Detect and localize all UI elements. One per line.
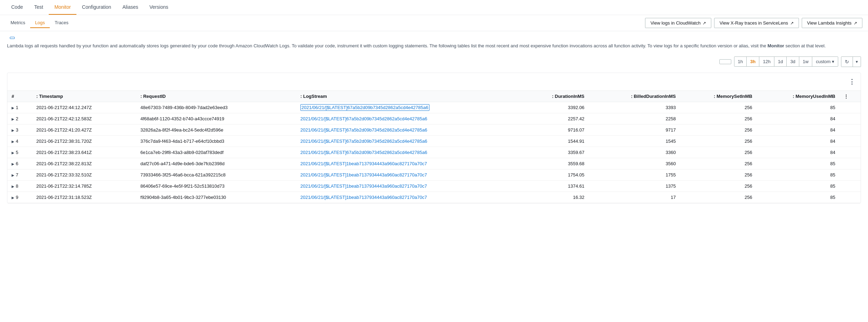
row-timestamp-4: 2021-06-21T22:38:23.641Z <box>32 147 136 158</box>
logstream-link-2[interactable]: 2021/06/21/[$LATEST]67a5b2d09b7345d2862a… <box>300 127 427 133</box>
info-badge[interactable] <box>10 37 15 39</box>
row-memory-set-8: 256 <box>680 192 757 203</box>
top-tab-code[interactable]: Code <box>6 0 28 15</box>
expand-button-2[interactable]: ▶ <box>12 128 14 132</box>
card-menu-button[interactable]: ⋮ <box>849 78 855 86</box>
logstream-link-3[interactable]: 2021/06/21/[$LATEST]67a5b2d09b7345d2862a… <box>300 139 427 144</box>
recent-invocations-card: ⋮ # : Timestamp : RequestID : LogStream … <box>7 73 861 203</box>
expand-button-3[interactable]: ▶ <box>12 140 14 143</box>
row-memory-set-1: 256 <box>680 113 757 124</box>
top-tab-monitor[interactable]: Monitor <box>49 0 76 15</box>
row-requestid-7: 86406e57-69ce-4e5f-9f21-52c513810d73 <box>136 180 296 192</box>
row-timestamp-3: 2021-06-21T22:38:31.720Z <box>32 135 136 147</box>
expand-button-7[interactable]: ▶ <box>12 185 14 188</box>
table-header: # : Timestamp : RequestID : LogStream : … <box>7 91 861 102</box>
logstream-link-6[interactable]: 2021/06/21/[$LATEST]1beab7137934443a960a… <box>300 172 427 177</box>
row-duration-0: 3392.06 <box>520 102 589 113</box>
row-billed-duration-1: 2258 <box>589 113 680 124</box>
table-row: ▶72021-06-21T22:33:32.510Z73933466-3f25-… <box>7 169 861 180</box>
expand-button-6[interactable]: ▶ <box>12 173 14 177</box>
row-requestid-3: 376c7da9-f463-4da1-b717-e64cf10cbbd3 <box>136 135 296 147</box>
row-num-6: 7 <box>16 172 18 177</box>
row-billed-duration-7: 1375 <box>589 180 680 192</box>
refresh-dropdown-button[interactable]: ▾ <box>853 57 861 67</box>
row-expand-1: ▶2 <box>7 113 32 124</box>
row-logstream-2: 2021/06/21/[$LATEST]67a5b2d09b7345d2862a… <box>296 124 520 135</box>
dashboard-row: 1h3h12h1d3d1wcustom ▾ ↻ ▾ <box>7 56 861 67</box>
row-memory-used-8: 85 <box>757 192 840 203</box>
header-btn-2[interactable]: View Lambda Insights ↗ <box>802 18 862 28</box>
top-tab-bar: CodeTestMonitorConfigurationAliasesVersi… <box>0 0 868 15</box>
logstream-link-8[interactable]: 2021/06/21/[$LATEST]1beab7137934443a960a… <box>300 195 427 200</box>
table-row: ▶22021-06-21T22:42:12.583Z4f68ab6f-1120-… <box>7 113 861 124</box>
row-expand-7: ▶8 <box>7 180 32 192</box>
row-timestamp-8: 2021-06-21T22:31:18.523Z <box>32 192 136 203</box>
row-logstream-4: 2021/06/21/[$LATEST]67a5b2d09b7345d2862a… <box>296 147 520 158</box>
row-more-7 <box>840 180 861 192</box>
time-btn-custom-▾[interactable]: custom ▾ <box>812 57 838 66</box>
row-duration-2: 9716.07 <box>520 124 589 135</box>
row-more-4 <box>840 147 861 158</box>
row-memory-set-0: 256 <box>680 102 757 113</box>
table-body: ▶12021-06-21T22:44:12.247Z48e67303-7489-… <box>7 102 861 203</box>
time-btn-3d[interactable]: 3d <box>787 57 799 66</box>
time-btn-12h[interactable]: 12h <box>759 57 774 66</box>
col-header-memory-used: : MemoryUsedInMB <box>757 91 840 102</box>
col-header-more: ⋮ <box>840 91 861 102</box>
row-num-8: 9 <box>16 195 18 200</box>
table-row: ▶42021-06-21T22:38:31.720Z376c7da9-f463-… <box>7 135 861 147</box>
row-more-3 <box>840 135 861 147</box>
time-btn-1h[interactable]: 1h <box>734 57 747 66</box>
row-logstream-0: 2021/06/21/[$LATEST]67a5b2d09b7345d2862a… <box>296 102 520 113</box>
row-timestamp-0: 2021-06-21T22:44:12.247Z <box>32 102 136 113</box>
time-btn-1w[interactable]: 1w <box>799 57 813 66</box>
row-num-4: 5 <box>16 150 18 155</box>
external-link-icon: ↗ <box>790 21 794 26</box>
row-num-3: 4 <box>16 139 18 144</box>
description-text: Lambda logs all requests handled by your… <box>7 42 861 49</box>
header-btn-0[interactable]: View logs in CloudWatch ↗ <box>645 18 711 28</box>
row-memory-used-3: 84 <box>757 135 840 147</box>
row-expand-2: ▶3 <box>7 124 32 135</box>
top-tab-test[interactable]: Test <box>28 0 49 15</box>
header-btn-1[interactable]: View X-Ray traces in ServiceLens ↗ <box>714 18 799 28</box>
row-billed-duration-8: 17 <box>589 192 680 203</box>
row-requestid-0: 48e67303-7489-436b-8049-7dad2e63eed3 <box>136 102 296 113</box>
secondary-tab-logs[interactable]: Logs <box>30 18 50 28</box>
row-requestid-2: 32826a2a-8f2f-49ea-bc24-5edc4f2d596e <box>136 124 296 135</box>
expand-button-8[interactable]: ▶ <box>12 196 14 200</box>
top-tab-configuration[interactable]: Configuration <box>76 0 117 15</box>
table-row: ▶62021-06-21T22:38:22.813Zdaf27c06-a471-… <box>7 158 861 169</box>
expand-button-4[interactable]: ▶ <box>12 151 14 155</box>
expand-button-5[interactable]: ▶ <box>12 162 14 166</box>
row-expand-0: ▶1 <box>7 102 32 113</box>
add-dashboard-button[interactable] <box>719 59 731 64</box>
secondary-tab-traces[interactable]: Traces <box>50 18 73 28</box>
col-header-memory-set: : MemorySetInMB <box>680 91 757 102</box>
card-header: ⋮ <box>7 73 861 91</box>
row-num-7: 8 <box>16 183 18 189</box>
time-btn-3h[interactable]: 3h <box>747 57 759 66</box>
table-row: ▶52021-06-21T22:38:23.641Z6e1ca7eb-29f8-… <box>7 147 861 158</box>
section-heading <box>7 37 861 39</box>
row-more-1 <box>840 113 861 124</box>
top-tab-aliases[interactable]: Aliases <box>117 0 144 15</box>
expand-button-0[interactable]: ▶ <box>12 106 14 110</box>
row-more-0 <box>840 102 861 113</box>
row-billed-duration-0: 3393 <box>589 102 680 113</box>
logstream-link-1[interactable]: 2021/06/21/[$LATEST]67a5b2d09b7345d2862a… <box>300 116 427 121</box>
logstream-link-4[interactable]: 2021/06/21/[$LATEST]67a5b2d09b7345d2862a… <box>300 150 427 155</box>
row-logstream-8: 2021/06/21/[$LATEST]1beab7137934443a960a… <box>296 192 520 203</box>
row-logstream-7: 2021/06/21/[$LATEST]1beab7137934443a960a… <box>296 180 520 192</box>
top-tab-versions[interactable]: Versions <box>144 0 174 15</box>
secondary-tab-metrics[interactable]: Metrics <box>6 18 30 28</box>
time-range-group: 1h3h12h1d3d1wcustom ▾ <box>734 56 838 67</box>
logstream-link-5[interactable]: 2021/06/21/[$LATEST]1beab7137934443a960a… <box>300 161 427 166</box>
logstream-link-7[interactable]: 2021/06/21/[$LATEST]1beab7137934443a960a… <box>300 183 427 189</box>
time-btn-1d[interactable]: 1d <box>774 57 787 66</box>
row-duration-7: 1374.61 <box>520 180 589 192</box>
refresh-button[interactable]: ↻ <box>841 57 853 67</box>
logstream-link-0[interactable]: 2021/06/21/[$LATEST]67a5b2d09b7345d2862a… <box>300 104 429 111</box>
expand-button-1[interactable]: ▶ <box>12 117 14 121</box>
row-num-0: 1 <box>16 105 18 110</box>
